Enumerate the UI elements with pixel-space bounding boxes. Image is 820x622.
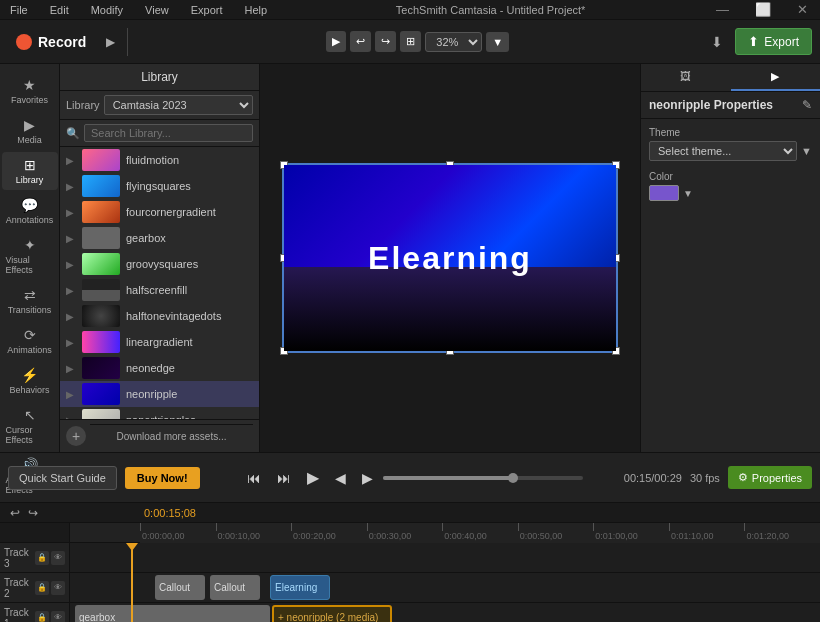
download-assets-link[interactable]: Download more assets... xyxy=(90,424,253,448)
track-row-0: Track 3 🔒 👁 xyxy=(0,543,820,573)
sidebar-item-annotations[interactable]: 💬 Annotations xyxy=(2,192,58,230)
track-vis-1[interactable]: 👁 xyxy=(51,581,65,595)
step-back-button[interactable]: ⏭ xyxy=(271,466,297,490)
library-item-gearbox[interactable]: ▶ gearbox xyxy=(60,225,259,251)
prev-frame-button[interactable]: ◀ xyxy=(329,466,352,490)
track-lock-2[interactable]: 🔒 xyxy=(35,611,49,623)
next-frame-button[interactable]: ▶ xyxy=(356,466,379,490)
sidebar-item-library[interactable]: ⊞ Library xyxy=(2,152,58,190)
track-label-0: Track 3 🔒 👁 xyxy=(0,543,70,572)
toolbar-download-btn[interactable]: ⬇ xyxy=(707,30,727,54)
lib-expand-neonripple[interactable]: ▶ xyxy=(66,389,74,400)
lib-expand-halfscreenfill[interactable]: ▶ xyxy=(66,285,74,296)
properties-button[interactable]: ⚙ Properties xyxy=(728,466,812,489)
library-item-neonedge[interactable]: ▶ neonedge xyxy=(60,355,259,381)
toolbar-back-btn[interactable]: ↩ xyxy=(350,31,371,52)
restore-btn[interactable]: ⬜ xyxy=(749,0,777,19)
library-item-halfscreenfill[interactable]: ▶ halfscreenfill xyxy=(60,277,259,303)
record-dropdown-arrow[interactable]: ▶ xyxy=(102,33,119,51)
sidebar-item-media[interactable]: ▶ Media xyxy=(2,112,58,150)
buy-now-button[interactable]: Buy Now! xyxy=(125,467,200,489)
properties-gear-icon: ⚙ xyxy=(738,471,748,484)
library-item-flyingsquares[interactable]: ▶ flyingsquares xyxy=(60,173,259,199)
menu-help[interactable]: Help xyxy=(241,2,272,18)
track-vis-0[interactable]: 👁 xyxy=(51,551,65,565)
menu-file[interactable]: File xyxy=(6,2,32,18)
color-dropdown-arrow[interactable]: ▼ xyxy=(683,188,693,199)
library-title: Library xyxy=(141,70,178,84)
library-item-fourcornergradient[interactable]: ▶ fourcornergradient xyxy=(60,199,259,225)
sidebar-item-cursor-effects[interactable]: ↖ Cursor Effects xyxy=(2,402,58,450)
close-btn[interactable]: ✕ xyxy=(791,0,814,19)
toolbar-snap-btn[interactable]: ⊞ xyxy=(400,31,421,52)
time-total: 00:29 xyxy=(654,472,682,484)
ruler-mark-6: 0:01:00,00 xyxy=(593,523,638,543)
menu-edit[interactable]: Edit xyxy=(46,2,73,18)
zoom-dropdown-btn[interactable]: ▼ xyxy=(486,32,509,52)
lib-thumb-papertriangles xyxy=(82,409,120,419)
sidebar-item-transitions[interactable]: ⇄ Transitions xyxy=(2,282,58,320)
color-property: Color ▼ xyxy=(649,171,812,201)
sidebar-item-behaviors[interactable]: ⚡ Behaviors xyxy=(2,362,58,400)
library-item-lineargradient[interactable]: ▶ lineargradient xyxy=(60,329,259,355)
lib-label-halftonevintagedots: halftonevintagedots xyxy=(126,310,253,322)
progress-bar[interactable] xyxy=(383,476,583,480)
library-item-groovysquares[interactable]: ▶ groovysquares xyxy=(60,251,259,277)
record-button[interactable]: Record xyxy=(8,30,94,54)
ruler-mark-3: 0:00:30,00 xyxy=(367,523,412,543)
transitions-icon: ⇄ xyxy=(24,287,36,303)
library-item-neonripple[interactable]: ▶ neonripple xyxy=(60,381,259,407)
play-button[interactable]: ▶ xyxy=(301,464,325,491)
zoom-select[interactable]: 32% xyxy=(425,32,482,52)
track-clip-1-0[interactable]: Callout xyxy=(155,575,205,600)
track-lock-1[interactable]: 🔒 xyxy=(35,581,49,595)
canvas-container[interactable]: Elearning xyxy=(282,163,618,353)
lib-expand-lineargradient[interactable]: ▶ xyxy=(66,337,74,348)
track-clip-2-1[interactable]: + neonripple (2 media) xyxy=(272,605,392,622)
track-clip-1-2[interactable]: Elearning xyxy=(270,575,330,600)
quick-start-guide-button[interactable]: Quick Start Guide xyxy=(8,466,117,490)
progress-handle[interactable] xyxy=(508,473,518,483)
properties-edit-icon[interactable]: ✎ xyxy=(802,98,812,112)
library-dropdown[interactable]: Camtasia 2023 xyxy=(104,95,253,115)
minimize-btn[interactable]: — xyxy=(710,0,735,19)
toolbar-play-btn[interactable]: ▶ xyxy=(326,31,346,52)
track-vis-2[interactable]: 👁 xyxy=(51,611,65,623)
lib-expand-fluidmotion[interactable]: ▶ xyxy=(66,155,74,166)
track-lock-0[interactable]: 🔒 xyxy=(35,551,49,565)
theme-select[interactable]: Select theme... xyxy=(649,141,797,161)
lib-expand-flyingsquares[interactable]: ▶ xyxy=(66,181,74,192)
lib-label-neonripple: neonripple xyxy=(126,388,253,400)
color-swatch[interactable] xyxy=(649,185,679,201)
lib-expand-gearbox[interactable]: ▶ xyxy=(66,233,74,244)
redo-button[interactable]: ↪ xyxy=(26,504,40,522)
props-tab-animation[interactable]: ▶ xyxy=(731,64,821,91)
library-item-halftonevintagedots[interactable]: ▶ halftonevintagedots xyxy=(60,303,259,329)
lib-label-gearbox: gearbox xyxy=(126,232,253,244)
props-tab-visual[interactable]: 🖼 xyxy=(641,64,731,91)
skip-back-button[interactable]: ⏮ xyxy=(241,466,267,490)
sidebar-item-animations[interactable]: ⟳ Animations xyxy=(2,322,58,360)
sidebar-item-visual-effects[interactable]: ✦ Visual Effects xyxy=(2,232,58,280)
library-item-fluidmotion[interactable]: ▶ fluidmotion xyxy=(60,147,259,173)
toolbar-fwd-btn[interactable]: ↪ xyxy=(375,31,396,52)
lib-expand-halftonevintagedots[interactable]: ▶ xyxy=(66,311,74,322)
lib-expand-neonedge[interactable]: ▶ xyxy=(66,363,74,374)
track-clip-1-1[interactable]: Callout xyxy=(210,575,260,600)
properties-body: Theme Select theme... ▼ Color ▼ xyxy=(641,119,820,209)
export-button[interactable]: ⬆ Export xyxy=(735,28,812,55)
library-search-input[interactable] xyxy=(84,124,253,142)
library-icon: ⊞ xyxy=(24,157,36,173)
add-library-button[interactable]: + xyxy=(66,426,86,446)
undo-button[interactable]: ↩ xyxy=(8,504,22,522)
sidebar-item-favorites[interactable]: ★ Favorites xyxy=(2,72,58,110)
track-clip-2-0[interactable]: gearbox xyxy=(75,605,270,622)
playhead[interactable] xyxy=(131,543,133,622)
menu-export[interactable]: Export xyxy=(187,2,227,18)
menu-view[interactable]: View xyxy=(141,2,173,18)
track-content-2: gearbox+ neonripple (2 media) xyxy=(70,603,820,622)
lib-expand-groovysquares[interactable]: ▶ xyxy=(66,259,74,270)
library-item-papertriangles[interactable]: ▶ papertriangles xyxy=(60,407,259,419)
menu-modify[interactable]: Modify xyxy=(87,2,127,18)
lib-expand-fourcornergradient[interactable]: ▶ xyxy=(66,207,74,218)
